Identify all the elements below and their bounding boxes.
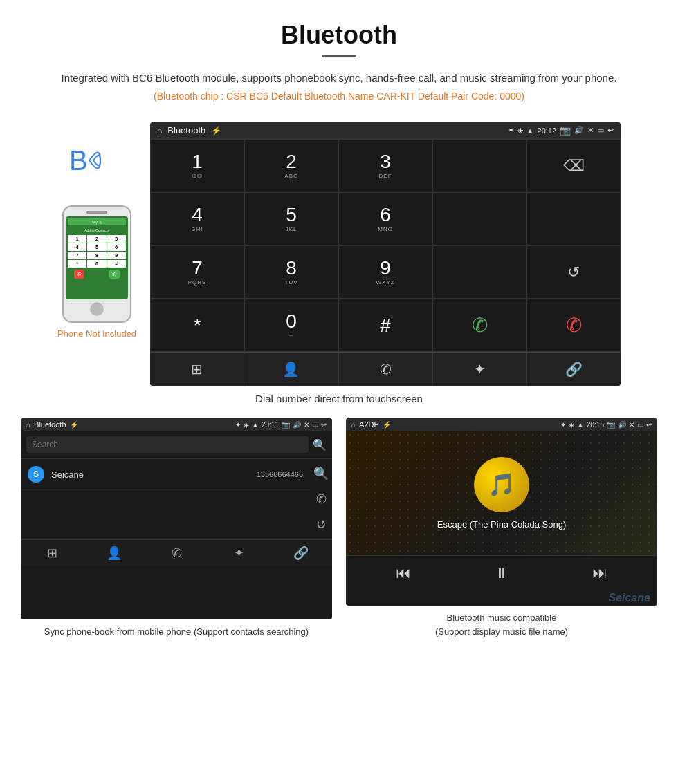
main-caption: Dial number direct from touchscreen [0, 393, 678, 404]
phone-key-6: 6 [107, 243, 126, 251]
music-screen-title: A2DP [359, 420, 379, 429]
pb-vol-icon: 🔊 [293, 421, 301, 429]
dial-key-3[interactable]: 3 DEF [338, 139, 432, 192]
title-underline [322, 55, 356, 57]
pb-back-icon[interactable]: ↩ [321, 421, 327, 429]
camera-status-icon: 📷 [560, 125, 571, 136]
phone-bottom-bar: ✆ ✆ [68, 270, 126, 279]
bottom-screens: ⌂ Bluetooth ⚡ ✦ ◈ ▲ 20:11 📷 🔊 ✕ ▭ ↩ [0, 418, 678, 638]
phonebook-screen: ⌂ Bluetooth ⚡ ✦ ◈ ▲ 20:11 📷 🔊 ✕ ▭ ↩ [21, 418, 332, 619]
music-bt-icon: ✦ [560, 421, 566, 429]
dial-nav-grid[interactable]: ⊞ [150, 353, 244, 386]
pb-nav-bt[interactable]: ✦ [208, 545, 270, 561]
page-description: Integrated with BC6 Bluetooth module, su… [42, 70, 636, 86]
phone-dial-grid: 1 2 3 4 5 6 7 8 9 * 0 # [68, 235, 126, 268]
dial-statusbar-left: ⌂ Bluetooth ⚡ [157, 125, 221, 136]
pb-sig-icon: ▲ [252, 421, 259, 429]
home-icon[interactable]: ⌂ [157, 126, 162, 136]
dial-key-star[interactable]: * [150, 299, 244, 352]
music-play-pause-btn[interactable]: ⏸ [494, 564, 509, 582]
pb-contact-name: Seicane [51, 469, 257, 480]
dial-end-btn[interactable]: ✆ [526, 299, 621, 352]
music-screen-icon: ▭ [637, 421, 643, 429]
music-caption: Bluetooth music compatible(Support displ… [346, 611, 657, 638]
dial-refresh-btn[interactable]: ↺ [526, 245, 621, 299]
dial-empty-r2c4 [432, 192, 526, 245]
pb-contact-phone: 13566664466 [257, 470, 303, 478]
pb-close-icon[interactable]: ✕ [304, 421, 309, 429]
seicane-watermark: Seicane [346, 590, 657, 606]
music-back-icon[interactable]: ↩ [646, 421, 652, 429]
dial-screen: ⌂ Bluetooth ⚡ ✦ ◈ ▲ 20:12 📷 🔊 ✕ ▭ ↩ 1 ⌬⌬ [150, 122, 621, 386]
music-loc-icon: ◈ [569, 421, 574, 429]
music-statusbar-left: ⌂ A2DP ⚡ [351, 420, 391, 429]
pb-search-icon[interactable]: 🔍 [313, 438, 327, 451]
music-vol-icon: 🔊 [618, 421, 626, 429]
phone-end-btn: ✆ [74, 270, 84, 279]
dial-nav-bar: ⊞ 👤 ✆ ✦ 🔗 [150, 352, 621, 386]
close-status-icon[interactable]: ✕ [587, 126, 594, 135]
phonebook-caption: Sync phone-book from mobile phone (Suppo… [21, 625, 332, 639]
dial-key-0[interactable]: 0 + [244, 299, 338, 352]
phone-screen: M(O) Add to Contacts 1 2 3 4 5 6 7 8 9 *… [66, 216, 128, 299]
music-prev-btn[interactable]: ⏮ [396, 564, 411, 582]
music-controls: ⏮ ⏸ ⏭ [346, 555, 657, 590]
pb-statusbar-right: ✦ ◈ ▲ 20:11 📷 🔊 ✕ ▭ ↩ [235, 421, 327, 429]
phone-key-4: 4 [68, 243, 86, 251]
dial-nav-contacts[interactable]: 👤 [244, 353, 338, 386]
music-next-btn[interactable]: ⏭ [592, 564, 607, 582]
pb-nav-link[interactable]: 🔗 [270, 545, 332, 561]
location-status-icon: ◈ [517, 126, 523, 135]
dial-backspace-btn[interactable]: ⌫ [526, 139, 621, 192]
phone-key-1: 1 [68, 235, 86, 243]
pb-nav-grid[interactable]: ⊞ [21, 545, 83, 561]
phone-screen-header: M(O) [68, 218, 126, 225]
dial-key-8[interactable]: 8 TUV [244, 245, 338, 299]
music-home-icon[interactable]: ⌂ [351, 421, 356, 429]
usb-icon: ⚡ [211, 126, 221, 136]
bt-icon-area: B [69, 143, 125, 198]
pb-side-search-icon[interactable]: 🔍 [313, 466, 329, 481]
dial-key-6[interactable]: 6 MNO [338, 192, 432, 245]
page-header: Bluetooth Integrated with BC6 Bluetooth … [0, 0, 678, 122]
pb-contact-avatar: S [28, 466, 44, 483]
pb-contact-row[interactable]: S Seicane 13566664466 [21, 459, 310, 490]
pb-home-icon[interactable]: ⌂ [26, 421, 30, 429]
volume-status-icon: 🔊 [574, 126, 584, 135]
back-status-icon[interactable]: ↩ [607, 126, 614, 135]
dial-nav-phone[interactable]: ✆ [339, 353, 433, 386]
bt-symbol-icon: B [69, 147, 88, 174]
dial-grid: 1 ⌬⌬ 2 ABC 3 DEF ⌫ 4 GHI 5 JKL [150, 138, 621, 352]
phone-key-8: 8 [87, 252, 106, 259]
phone-key-2: 2 [87, 235, 106, 243]
dial-key-hash[interactable]: # [338, 299, 432, 352]
music-sig-icon: ▲ [577, 421, 584, 429]
music-song-title: Escape (The Pina Colada Song) [437, 519, 566, 530]
dial-key-5[interactable]: 5 JKL [244, 192, 338, 245]
dial-key-1[interactable]: 1 ⌬⌬ [150, 139, 244, 192]
pb-nav-phone[interactable]: ✆ [145, 545, 208, 561]
pb-search-input[interactable] [26, 436, 309, 453]
dial-key-7[interactable]: 7 PQRS [150, 245, 244, 299]
dial-nav-bluetooth[interactable]: ✦ [433, 353, 527, 386]
phonebook-block: ⌂ Bluetooth ⚡ ✦ ◈ ▲ 20:11 📷 🔊 ✕ ▭ ↩ [21, 418, 332, 638]
pb-nav-contacts[interactable]: 👤 [83, 545, 145, 561]
dial-call-btn[interactable]: ✆ [432, 299, 526, 352]
music-usb-icon: ⚡ [383, 421, 391, 429]
music-album-art: 🎵 [474, 457, 529, 512]
pb-side-phone-icon[interactable]: ✆ [316, 492, 327, 507]
dial-screen-title: Bluetooth [167, 125, 205, 136]
dial-statusbar-right: ✦ ◈ ▲ 20:12 📷 🔊 ✕ ▭ ↩ [508, 125, 614, 136]
pb-nav-bar: ⊞ 👤 ✆ ✦ 🔗 [21, 539, 332, 566]
pb-contact-list: S Seicane 13566664466 [21, 459, 310, 539]
dial-key-4[interactable]: 4 GHI [150, 192, 244, 245]
dial-key-2[interactable]: 2 ABC [244, 139, 338, 192]
main-screen-wrapper: B M(O) Add to Contacts 1 2 3 4 5 6 [0, 122, 678, 386]
page-title: Bluetooth [42, 21, 636, 50]
dial-key-9[interactable]: 9 WXYZ [338, 245, 432, 299]
phone-key-9: 9 [107, 252, 126, 259]
music-close-icon[interactable]: ✕ [629, 421, 634, 429]
dial-nav-link[interactable]: 🔗 [527, 353, 621, 386]
pb-side-refresh-icon[interactable]: ↺ [316, 517, 327, 532]
dial-empty-r2c5 [526, 192, 621, 245]
